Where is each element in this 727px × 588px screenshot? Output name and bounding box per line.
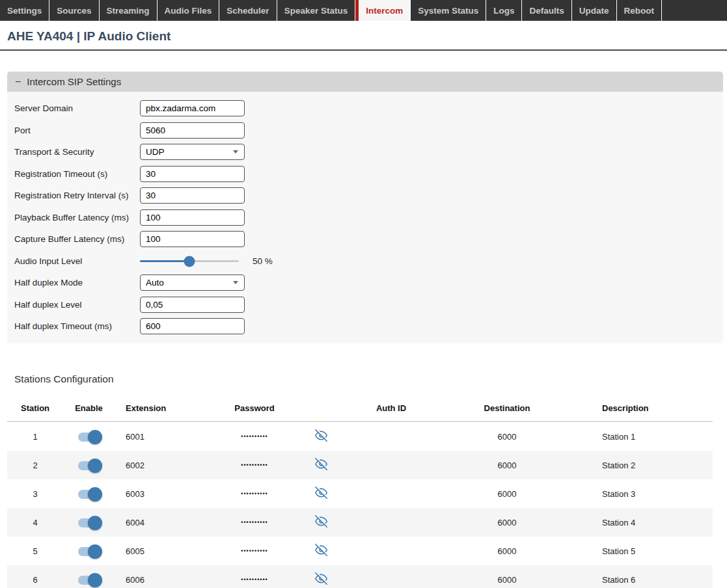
destination-value[interactable]: 6000	[430, 575, 584, 585]
password-visibility-toggle[interactable]	[315, 487, 327, 499]
enable-toggle[interactable]	[78, 576, 100, 585]
description-value[interactable]: Station 2	[584, 461, 713, 470]
extension-value[interactable]: 6004	[115, 518, 219, 528]
tab-streaming[interactable]: Streaming	[100, 0, 158, 21]
slider-fill	[140, 260, 189, 262]
password-visibility-toggle[interactable]	[315, 544, 327, 556]
tab-scheduler[interactable]: Scheduler	[219, 0, 277, 21]
extension-value[interactable]: 6005	[115, 546, 219, 556]
half-duplex-timeout-input[interactable]	[140, 318, 245, 334]
slider-thumb[interactable]	[184, 256, 195, 267]
half-duplex-mode-select[interactable]: Auto	[140, 274, 245, 291]
stations-table: Station Enable Extension Password Auth I…	[7, 395, 713, 588]
tab-settings[interactable]: Settings	[0, 0, 49, 21]
enable-toggle[interactable]	[78, 461, 100, 470]
destination-value[interactable]: 6000	[430, 518, 584, 528]
enable-toggle[interactable]	[78, 433, 100, 442]
page-title: AHE YA404 | IP Audio Client	[7, 29, 720, 44]
extension-value[interactable]: 6001	[115, 432, 219, 442]
col-header-description: Description	[584, 403, 713, 413]
password-visibility-toggle[interactable]	[315, 458, 327, 470]
table-row: 4 6004 •••••••••• 6000 Station 4	[7, 508, 713, 537]
top-nav: Settings Sources Streaming Audio Files S…	[0, 0, 727, 21]
form-row-server-domain: Server Domain	[14, 100, 723, 116]
password-masked[interactable]: ••••••••••	[219, 576, 290, 583]
description-value[interactable]: Station 1	[584, 432, 713, 442]
eye-off-icon	[315, 544, 327, 556]
enable-toggle[interactable]	[78, 547, 100, 556]
destination-value[interactable]: 6000	[430, 546, 584, 556]
capture-buffer-latency-input[interactable]	[140, 231, 245, 247]
sip-settings-panel-body: Server Domain Port Transport & Security …	[7, 92, 723, 343]
toggle-knob	[88, 573, 102, 587]
form-row-reg-timeout: Registration Timeout (s)	[14, 166, 723, 182]
description-value[interactable]: Station 3	[584, 489, 713, 499]
form-row-port: Port	[14, 122, 723, 139]
tab-audio-files[interactable]: Audio Files	[158, 0, 220, 21]
table-row: 2 6002 •••••••••• 6000 Station 2	[7, 451, 713, 479]
password-masked[interactable]: ••••••••••	[219, 548, 290, 554]
password-visibility-toggle[interactable]	[315, 572, 327, 585]
tab-sources[interactable]: Sources	[49, 0, 99, 21]
destination-value[interactable]: 6000	[430, 432, 584, 442]
registration-timeout-input[interactable]	[140, 166, 245, 182]
extension-value[interactable]: 6003	[115, 489, 219, 499]
tab-speaker-status[interactable]: Speaker Status	[277, 0, 356, 21]
field-label: Registration Timeout (s)	[14, 169, 140, 179]
col-header-station: Station	[7, 403, 63, 413]
tab-logs[interactable]: Logs	[486, 0, 522, 21]
transport-security-select[interactable]: UDP	[140, 144, 245, 160]
chevron-down-icon	[233, 281, 238, 284]
sip-settings-panel: − Intercom SIP Settings Server Domain Po…	[7, 72, 723, 343]
destination-value[interactable]: 6000	[430, 461, 584, 470]
field-label: Half duplex Timeout (ms)	[14, 321, 140, 331]
collapse-icon[interactable]: −	[15, 76, 21, 88]
destination-value[interactable]: 6000	[430, 489, 584, 499]
station-number: 1	[7, 432, 63, 442]
tab-update[interactable]: Update	[572, 0, 617, 21]
password-masked[interactable]: ••••••••••	[219, 519, 290, 526]
toggle-knob	[88, 516, 102, 530]
port-input[interactable]	[140, 122, 245, 139]
description-value[interactable]: Station 5	[584, 546, 713, 556]
extension-value[interactable]: 6006	[115, 575, 219, 585]
password-masked[interactable]: ••••••••••	[219, 490, 290, 497]
password-masked[interactable]: ••••••••••	[219, 433, 290, 440]
field-label: Audio Input Level	[14, 256, 140, 266]
password-visibility-toggle[interactable]	[315, 429, 327, 442]
table-row: 5 6005 •••••••••• 6000 Station 5	[7, 537, 713, 565]
field-label: Port	[14, 126, 140, 135]
eye-off-icon	[315, 487, 327, 499]
table-header-row: Station Enable Extension Password Auth I…	[7, 395, 713, 422]
field-label: Capture Buffer Latency (ms)	[14, 234, 140, 244]
eye-off-icon	[315, 572, 327, 585]
tab-intercom[interactable]: Intercom	[355, 0, 411, 21]
select-value: Auto	[146, 278, 164, 287]
audio-input-level-slider[interactable]	[140, 255, 239, 267]
description-value[interactable]: Station 6	[584, 575, 713, 585]
form-row-playback-latency: Playback Buffer Latency (ms)	[14, 209, 723, 226]
eye-off-icon	[315, 429, 327, 442]
col-header-enable: Enable	[63, 403, 115, 413]
playback-buffer-latency-input[interactable]	[140, 209, 245, 226]
form-row-audio-input-level: Audio Input Level 50 %	[14, 253, 723, 269]
sip-settings-panel-header[interactable]: − Intercom SIP Settings	[7, 72, 723, 92]
tab-reboot[interactable]: Reboot	[617, 0, 663, 21]
col-header-extension: Extension	[115, 403, 219, 413]
tab-system-status[interactable]: System Status	[411, 0, 486, 21]
server-domain-input[interactable]	[140, 100, 245, 116]
enable-toggle[interactable]	[78, 518, 100, 528]
tab-defaults[interactable]: Defaults	[522, 0, 571, 21]
registration-retry-interval-input[interactable]	[140, 187, 245, 204]
enable-toggle[interactable]	[78, 490, 100, 499]
description-value[interactable]: Station 4	[584, 518, 713, 528]
password-masked[interactable]: ••••••••••	[219, 462, 290, 468]
table-row: 3 6003 •••••••••• 6000 Station 3	[7, 479, 713, 508]
station-number: 6	[7, 575, 63, 585]
toggle-knob	[88, 459, 102, 473]
stations-section-title: Stations Configuration	[14, 373, 727, 385]
extension-value[interactable]: 6002	[115, 461, 219, 470]
half-duplex-level-input[interactable]	[140, 297, 245, 313]
chevron-down-icon	[233, 150, 238, 154]
password-visibility-toggle[interactable]	[315, 515, 327, 528]
